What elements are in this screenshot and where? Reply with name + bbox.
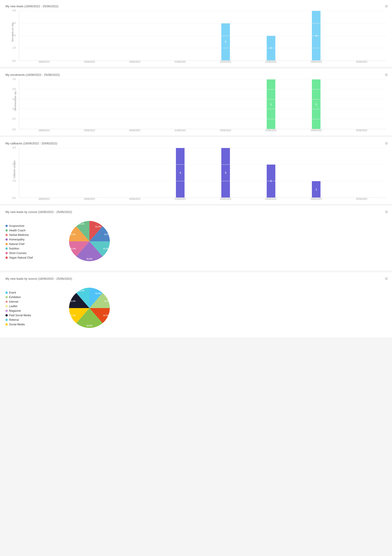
legend-dot-nutrition [5,247,8,250]
bar-group [339,148,384,198]
svg-text:11.1%: 11.1% [95,292,101,294]
leads-by-source-gear-icon[interactable]: ⚙ [385,277,388,281]
x-label: 25/06/2022 [339,198,384,200]
leads-by-source-content: Event Exhibition Internet Leaflet Magazi… [5,283,387,334]
legend-dot-health-coach [5,229,8,232]
x-label: 24/06/2022 [293,129,339,132]
x-label: 19/06/2022 [67,129,112,132]
y-tick: 1.0 [13,180,16,182]
leads-by-source-section: ⚙ My new leads by source (18/06/2022 - 2… [0,272,392,337]
legend-label: Paid Social Media [9,314,31,317]
legend-item-internet: Internet [5,300,39,303]
x-label: 25/06/2022 [339,129,384,132]
legend-dot-natural-chef [5,243,8,245]
x-label: 23/06/2022 [248,129,293,132]
callbacks-gear-icon[interactable]: ⚙ [385,141,388,146]
x-label: 18/06/2022 [21,61,67,63]
bar: 3 [221,148,230,198]
legend-dot-homeopathy [5,238,8,241]
x-label: 21/06/2022 [158,198,203,200]
legend-dot-herbal-medicine [5,234,8,236]
legend-dot-referral [5,319,8,321]
legend-dot-leaflet [5,305,8,307]
x-label: 25/06/2022 [339,61,384,63]
legend-label: Leaflet [9,305,17,308]
bar-group [67,148,112,198]
leads-by-course-title: My new leads by course (18/06/2022 - 25/… [5,210,387,214]
leads-chart: New leads per day 4.0 3.0 2.0 1.0 0.0 [5,11,387,63]
y-tick: 3.0 [13,22,16,24]
enrolments-chart-title: My enrolments (18/06/2022 - 25/06/2022) [5,73,387,77]
bar-group [112,79,158,129]
legend-item-nutrition: Nutrition [5,247,39,250]
y-tick: 0.0 [13,128,16,131]
leads-by-source-title: My new leads by source (18/06/2022 - 25/… [5,277,387,280]
svg-text:11.1%: 11.1% [104,233,110,235]
legend-item-exhibition: Exhibition [5,296,39,299]
bar-group [339,79,384,129]
leads-by-source-legend: Event Exhibition Internet Leaflet Magazi… [5,291,39,326]
leads-chart-title: My new leads (18/06/2022 - 25/06/2022) [5,5,387,8]
bar-group: 1 [248,79,294,129]
legend-item-acupuncture: Acupuncture [5,224,39,227]
leads-by-source-pie: 11.1% 11.1% 11.1% 22.2% 11.1% 11.1% 11.1… [67,285,112,332]
y-tick: 0.6 [13,98,16,100]
legend-item-health-coach: Health Coach [5,229,39,232]
x-label: 22/06/2022 [203,61,248,63]
y-tick: 2.0 [13,163,16,165]
y-tick: 1.0 [13,78,16,80]
callbacks-chart-title: My callbacks (18/06/2022 - 25/06/2022) [5,142,387,145]
callbacks-section: ⚙ My callbacks (18/06/2022 - 25/06/2022)… [0,137,392,204]
x-label: 20/06/2022 [112,129,158,132]
bar-group: 2 [248,148,294,198]
legend-item-paid-social-media: Paid Social Media [5,314,39,317]
legend-label: Acupuncture [9,224,24,227]
leads-section: ⚙ My new leads (18/06/2022 - 25/06/2022)… [0,0,392,67]
svg-text:11.1%: 11.1% [78,223,85,225]
legend-item-vegan-natural-chef: Vegan Natural Chef [5,256,39,259]
leads-by-course-pie: 11.1% 11.1% 11.1% 22.2% 11.1% 11.1% 11.1… [67,219,112,265]
y-tick: 2.0 [13,34,16,37]
y-tick: 1.0 [13,46,16,49]
leads-y-label: New leads per day [11,23,14,42]
legend-item-short-courses: Short Courses [5,252,39,255]
svg-text:22.2%: 22.2% [86,324,92,327]
x-label: 19/06/2022 [67,198,112,200]
leads-by-course-gear-icon[interactable]: ⚙ [385,210,388,214]
legend-dot-short-courses [5,252,8,254]
leads-gear-icon[interactable]: ⚙ [385,4,388,8]
x-label: 21/06/2022 [158,61,203,63]
legend-item-referral: Referral [5,318,39,322]
legend-label: Natural Chef [9,242,24,246]
legend-dot-magazine [5,310,8,312]
legend-label: Referral [9,318,19,322]
x-label: 24/06/2022 [293,198,339,200]
svg-text:11.1%: 11.1% [70,314,76,317]
y-tick: 0.2 [13,118,16,120]
y-tick: 3.0 [13,147,16,149]
legend-label: Homeopathy [9,238,24,241]
leads-by-course-content: Acupuncture Health Coach Herbal Medicine… [5,216,387,267]
bar: 1 [267,79,275,129]
enrolments-gear-icon[interactable]: ⚙ [385,73,388,77]
svg-text:11.1%: 11.1% [70,233,76,235]
bar-group [22,79,67,129]
x-label: 23/06/2022 [248,198,293,200]
bar-group [112,148,158,198]
bar-group [203,79,248,129]
svg-text:11.1%: 11.1% [104,300,110,302]
bar-group: 3 [158,148,203,198]
svg-text:11.1%: 11.1% [70,247,76,250]
legend-label: Herbal Medicine [9,233,29,237]
leads-by-course-legend: Acupuncture Health Coach Herbal Medicine… [5,224,39,259]
legend-dot-vegan-natural-chef [5,256,8,259]
svg-text:11.1%: 11.1% [95,225,101,228]
legend-dot-event [5,292,8,294]
svg-text:11.1%: 11.1% [78,289,85,292]
legend-dot-paid-social-media [5,314,8,317]
bar-group: 1 [294,79,339,129]
bar: 3 [221,23,230,60]
legend-item-social-media: Social Media [5,323,39,326]
bar: 3 [176,148,184,198]
legend-label: Magazine [9,309,21,312]
